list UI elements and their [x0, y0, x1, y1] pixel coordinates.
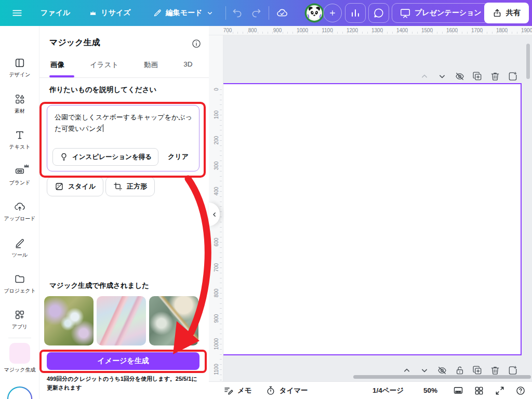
chevron-up-icon: [419, 71, 430, 82]
sidebar-item-elements[interactable]: 素材: [0, 94, 39, 115]
add-page-button[interactable]: [507, 71, 518, 82]
sidebar-item-text[interactable]: テキスト: [0, 129, 39, 151]
notes-button[interactable]: メモ: [223, 385, 252, 396]
recent-thumbnail-dewdrops[interactable]: [44, 296, 94, 345]
recent-thumbnail-marble[interactable]: [149, 296, 198, 345]
ruler-number: 1000: [214, 338, 219, 350]
move-page-up-button[interactable]: [419, 71, 430, 82]
text-cursor: [103, 124, 104, 132]
sidebar-item-label: プロジェクト: [4, 287, 35, 295]
share-button[interactable]: 共有: [484, 3, 529, 23]
top-toolbar: ファイル リサイズ 編集モード プレゼンテーション 共有: [0, 0, 532, 26]
info-button[interactable]: [191, 38, 202, 50]
canvas-area: 7008009001000110012001300140015001600170…: [209, 26, 532, 381]
sidebar-item-apps[interactable]: アプリ: [0, 309, 39, 330]
ruler-number: 1300: [371, 28, 383, 33]
cloud-save-status[interactable]: [272, 3, 292, 23]
comments-button[interactable]: [368, 3, 389, 23]
chevron-down-icon: [419, 365, 430, 376]
generate-image-button[interactable]: イメージを生成: [47, 352, 200, 370]
page-indicator[interactable]: 1/4ページ: [373, 386, 404, 395]
undo-button[interactable]: [228, 3, 247, 23]
magic-media-tile: [9, 343, 30, 364]
duplicate-page-button[interactable]: [472, 365, 483, 376]
style-button[interactable]: スタイル: [47, 177, 103, 196]
file-menu-button[interactable]: ファイル: [35, 3, 75, 23]
aspect-ratio-button[interactable]: 正方形: [105, 177, 155, 196]
notes-label: メモ: [237, 386, 252, 395]
sidebar-item-brand[interactable]: ブランド: [0, 165, 39, 187]
copy-plus-icon: [472, 365, 483, 376]
style-label: スタイル: [68, 182, 96, 191]
get-inspiration-button[interactable]: インスピレーションを得る: [52, 148, 158, 166]
ruler-number: 1000: [297, 28, 308, 33]
sidebar-item-label: アップロード: [4, 215, 35, 222]
main-menu-button[interactable]: [6, 3, 28, 23]
fullscreen-button[interactable]: [495, 385, 505, 396]
copy-plus-icon: [472, 71, 483, 82]
plus-icon: [328, 9, 337, 17]
duplicate-page-button[interactable]: [472, 71, 483, 82]
sidebar-rail: デザイン 素材 テキスト ブランド アップロード ツール プロジェクト アプリ …: [0, 26, 39, 399]
design-icon: [14, 57, 25, 69]
resize-button[interactable]: リサイズ: [84, 3, 136, 23]
crown-icon: [23, 162, 30, 169]
edit-mode-button[interactable]: 編集モード: [148, 3, 220, 23]
pencil-icon: [153, 8, 162, 18]
magic-media-panel: マジック生成 画像 イラスト 動画 3D 作りたいものを説明してください 公園で…: [39, 26, 209, 399]
edit-mode-label: 編集モード: [166, 8, 203, 18]
design-page[interactable]: [223, 83, 522, 355]
tab-illustration[interactable]: イラスト: [90, 60, 118, 78]
presenter-view-button[interactable]: [453, 385, 463, 396]
delete-page-button[interactable]: [489, 71, 501, 82]
sidebar-item-label: ブランド: [9, 179, 31, 187]
question-mark-icon: [515, 385, 526, 396]
lock-page-button[interactable]: [454, 365, 466, 376]
hide-page-button[interactable]: [436, 365, 448, 376]
zoom-level[interactable]: 50%: [423, 387, 437, 394]
cloud-upload-icon: [14, 201, 25, 212]
add-page-button[interactable]: [507, 365, 518, 376]
user-avatar[interactable]: [304, 3, 324, 23]
get-inspiration-label: インスピレーションを得る: [72, 153, 152, 162]
recent-thumbnail-glass[interactable]: [97, 296, 146, 345]
sidebar-item-label: テキスト: [9, 143, 31, 151]
prompt-textarea[interactable]: 公園で楽しくスケボーするキャップをかぶった可愛いパンダ インスピレーションを得る…: [47, 105, 200, 171]
vertical-scrollbar[interactable]: [526, 44, 530, 79]
redo-button[interactable]: [247, 3, 265, 23]
ruler-number: 1100: [214, 364, 219, 375]
timer-label: タイマー: [280, 386, 308, 395]
delete-page-button[interactable]: [489, 365, 501, 376]
ruler-number: 1800: [496, 28, 508, 33]
add-member-button[interactable]: [323, 4, 342, 22]
ruler-number: 1600: [446, 28, 458, 33]
sidebar-item-design[interactable]: デザイン: [0, 57, 39, 78]
move-page-down-button[interactable]: [436, 71, 448, 82]
sidebar-item-uploads[interactable]: アップロード: [0, 201, 39, 222]
timer-button[interactable]: タイマー: [265, 385, 308, 396]
sidebar-item-magic-media[interactable]: マジック生成: [0, 343, 39, 374]
chevron-up-icon: [402, 365, 412, 376]
hide-page-button[interactable]: [454, 71, 466, 82]
ruler-number: 1900: [521, 28, 532, 33]
horizontal-scrollbar[interactable]: [353, 375, 531, 379]
prompt-actions: インスピレーションを得る クリア: [52, 148, 192, 166]
prompt-label: 作りたいものを説明してください: [49, 85, 156, 95]
sidebar-item-projects[interactable]: プロジェクト: [0, 273, 39, 295]
move-page-up-button[interactable]: [401, 365, 413, 376]
tab-3d[interactable]: 3D: [183, 60, 192, 78]
grid-view-button[interactable]: [474, 385, 484, 396]
insights-button[interactable]: [345, 3, 366, 23]
expand-arrows-icon: [495, 385, 505, 396]
presentation-button[interactable]: プレゼンテーション: [392, 3, 489, 23]
clear-button[interactable]: クリア: [165, 152, 192, 162]
thumbnails-next-button[interactable]: [192, 312, 203, 324]
sidebar-item-tools[interactable]: ツール: [0, 237, 39, 259]
ruler-number: 1200: [347, 28, 358, 33]
canva-ai-button[interactable]: [7, 387, 32, 399]
help-button[interactable]: [515, 385, 526, 396]
move-page-down-button[interactable]: [419, 365, 430, 376]
pen-tool-icon: [14, 237, 25, 249]
tab-video[interactable]: 動画: [144, 60, 158, 78]
chevron-down-icon: [437, 71, 447, 82]
